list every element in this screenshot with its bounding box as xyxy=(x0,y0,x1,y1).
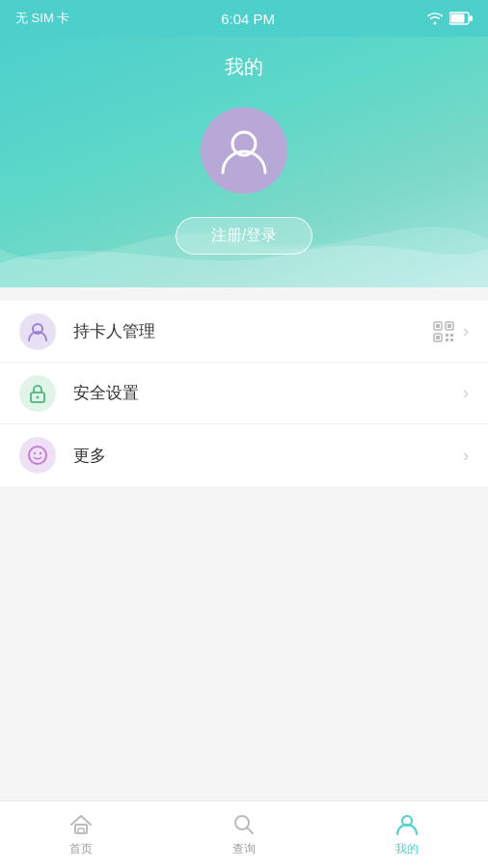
user-active-icon xyxy=(394,812,420,837)
more-chevron: › xyxy=(463,446,469,466)
header-area: 我的 注册/登录 xyxy=(0,37,488,287)
menu-item-more[interactable]: 更多 › xyxy=(0,424,488,486)
search-icon xyxy=(231,812,257,837)
svg-point-17 xyxy=(29,447,46,464)
cardholder-right: › xyxy=(432,320,469,343)
avatar xyxy=(201,107,287,194)
home-tab-icon xyxy=(68,812,94,837)
query-tab-icon xyxy=(231,812,257,837)
home-tab-label: 首页 xyxy=(69,841,93,857)
svg-rect-2 xyxy=(470,15,473,21)
svg-rect-8 xyxy=(447,324,451,328)
svg-rect-1 xyxy=(451,14,465,23)
query-tab-label: 查询 xyxy=(232,841,256,857)
home-icon xyxy=(68,812,94,837)
status-carrier: 无 SIM 卡 xyxy=(15,10,69,27)
more-right: › xyxy=(463,446,469,466)
more-icon-wrap xyxy=(19,437,56,474)
svg-point-19 xyxy=(40,452,41,454)
security-label: 安全设置 xyxy=(73,382,463,404)
smiley-icon xyxy=(27,445,48,466)
page-title: 我的 xyxy=(225,54,263,80)
menu-list: 持卡人管理 › xyxy=(0,301,488,486)
tab-query[interactable]: 查询 xyxy=(163,812,326,857)
security-chevron: › xyxy=(463,383,469,403)
svg-rect-12 xyxy=(450,334,453,337)
security-right: › xyxy=(463,383,469,403)
lock-icon xyxy=(27,383,48,404)
status-time: 6:04 PM xyxy=(221,11,275,27)
menu-item-security[interactable]: 安全设置 › xyxy=(0,363,488,424)
svg-rect-6 xyxy=(436,324,440,328)
menu-item-cardholder[interactable]: 持卡人管理 › xyxy=(0,301,488,363)
battery-icon xyxy=(449,12,473,25)
svg-point-18 xyxy=(34,452,36,454)
tab-mine[interactable]: 我的 xyxy=(325,812,488,857)
status-bar: 无 SIM 卡 6:04 PM xyxy=(0,0,488,37)
tab-home[interactable]: 首页 xyxy=(0,812,163,857)
person-icon xyxy=(218,124,270,176)
svg-rect-10 xyxy=(436,336,440,339)
person-menu-icon xyxy=(27,321,48,342)
register-login-button[interactable]: 注册/登录 xyxy=(176,217,312,255)
cardholder-label: 持卡人管理 xyxy=(73,320,432,342)
cardholder-chevron: › xyxy=(463,321,469,341)
svg-line-23 xyxy=(248,828,254,834)
svg-rect-13 xyxy=(446,339,448,341)
svg-rect-11 xyxy=(446,334,448,337)
mine-tab-icon xyxy=(394,812,420,837)
wifi-icon xyxy=(426,12,444,25)
svg-point-16 xyxy=(37,395,40,398)
more-label: 更多 xyxy=(73,445,463,467)
status-icons xyxy=(426,12,473,25)
content-wrapper: 我的 注册/登录 持卡人管理 xyxy=(0,37,488,800)
qr-code-icon xyxy=(432,320,455,343)
svg-rect-14 xyxy=(450,339,453,341)
cardholder-icon-wrap xyxy=(19,313,56,350)
security-icon-wrap xyxy=(19,375,56,412)
tab-bar: 首页 查询 我的 xyxy=(0,800,488,868)
svg-rect-21 xyxy=(78,828,84,833)
mine-tab-label: 我的 xyxy=(395,841,419,857)
